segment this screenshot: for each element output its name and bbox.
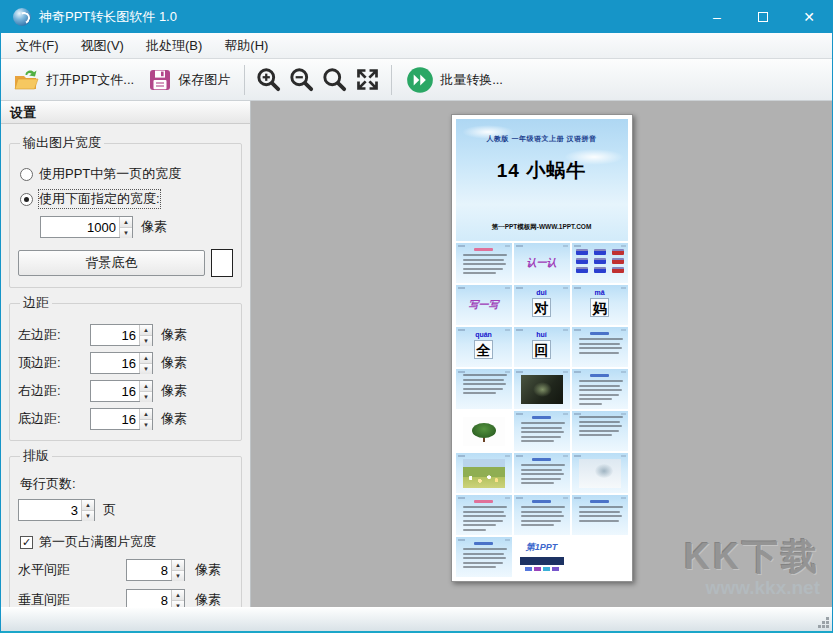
margin-bottom-input[interactable] <box>91 409 139 429</box>
spin-up-icon[interactable]: ▲ <box>140 353 152 363</box>
margin-top-input[interactable] <box>91 353 139 373</box>
save-image-label: 保存图片 <box>178 71 230 89</box>
menu-item-batch[interactable]: 批处理(B) <box>135 34 213 58</box>
spin-up-icon[interactable]: ▲ <box>140 325 152 335</box>
margin-top-label: 顶边距: <box>18 354 90 372</box>
open-folder-icon <box>12 68 40 92</box>
spin-down-icon[interactable]: ▼ <box>140 363 152 374</box>
save-image-button[interactable]: 保存图片 <box>141 64 237 96</box>
titlebar: 神奇PPT转长图软件 1.0 – ✕ <box>1 1 832 33</box>
hspace-input[interactable] <box>127 560 171 580</box>
toolbar-separator <box>391 65 392 95</box>
minimize-button[interactable]: – <box>694 1 740 33</box>
slide-thumb <box>514 453 570 493</box>
width-input[interactable] <box>41 217 119 237</box>
settings-header: 设置 <box>1 101 250 124</box>
margin-right-label: 右边距: <box>18 382 90 400</box>
spin-up-icon[interactable]: ▲ <box>140 381 152 391</box>
margin-left-input[interactable] <box>91 325 139 345</box>
batch-convert-label: 批量转换... <box>440 71 503 89</box>
long-image-preview: 人教版 一年级语文上册 汉语拼音 14 小蜗牛 第一PPT模板网-WWW.1PP… <box>451 114 633 582</box>
slide-thumb: mā妈 <box>572 285 628 325</box>
spin-up-icon[interactable]: ▲ <box>82 500 94 510</box>
margin-right-unit: 像素 <box>161 382 187 400</box>
slide-thumb <box>456 369 512 409</box>
menubar: 文件(F) 视图(V) 批处理(B) 帮助(H) <box>1 33 832 59</box>
fit-screen-button[interactable] <box>351 62 384 97</box>
bg-color-swatch[interactable] <box>211 249 233 277</box>
per-row-input[interactable] <box>19 500 81 520</box>
close-button[interactable]: ✕ <box>786 1 832 33</box>
slide-thumb <box>456 453 512 493</box>
spin-down-icon[interactable]: ▼ <box>172 600 184 607</box>
spin-down-icon[interactable]: ▼ <box>140 419 152 430</box>
per-row-spinner[interactable]: ▲▼ <box>18 499 95 521</box>
zoom-out-button[interactable] <box>285 62 318 97</box>
preview-area: 人教版 一年级语文上册 汉语拼音 14 小蜗牛 第一PPT模板网-WWW.1PP… <box>251 101 832 607</box>
slide-thumb <box>456 495 512 535</box>
resize-grip[interactable] <box>826 625 829 628</box>
slide-thumb <box>572 495 628 535</box>
margin-left-spinner[interactable]: ▲▼ <box>90 324 153 346</box>
per-row-label: 每行页数: <box>20 475 233 493</box>
margin-bottom-label: 底边距: <box>18 410 90 428</box>
slide-thumb <box>514 411 570 451</box>
bg-color-button[interactable]: 背景底色 <box>18 250 205 276</box>
margin-right-spinner[interactable]: ▲▼ <box>90 380 153 402</box>
spin-up-icon[interactable]: ▲ <box>120 217 132 227</box>
fit-screen-icon <box>354 66 381 93</box>
radio-use-first-page-label: 使用PPT中第一页的宽度 <box>39 165 181 183</box>
slide-thumb <box>514 495 570 535</box>
zoom-out-icon <box>288 66 315 93</box>
slide-thumb: quán全 <box>456 327 512 367</box>
menu-item-help[interactable]: 帮助(H) <box>213 34 279 58</box>
spin-down-icon[interactable]: ▼ <box>140 391 152 402</box>
watermark: KK下载 www.kkx.net <box>684 539 820 599</box>
slide-thumb <box>456 537 512 577</box>
zoom-reset-button[interactable] <box>318 62 351 97</box>
spin-down-icon[interactable]: ▼ <box>172 570 184 581</box>
zoom-in-button[interactable] <box>252 62 285 97</box>
margin-bottom-unit: 像素 <box>161 410 187 428</box>
spin-down-icon[interactable]: ▼ <box>120 227 132 238</box>
menu-item-file[interactable]: 文件(F) <box>5 34 70 58</box>
width-group: 输出图片宽度 使用PPT中第一页的宽度 使用下面指定的宽度: ▲▼ <box>9 134 242 288</box>
per-row-unit: 页 <box>103 501 116 519</box>
radio-selected-icon <box>20 193 33 206</box>
radio-use-custom-width-label: 使用下面指定的宽度: <box>39 190 160 208</box>
width-group-title: 输出图片宽度 <box>20 134 104 152</box>
cover-slide: 人教版 一年级语文上册 汉语拼音 14 小蜗牛 第一PPT模板网-WWW.1PP… <box>456 119 628 241</box>
spin-up-icon[interactable]: ▲ <box>172 560 184 570</box>
slide-thumb <box>572 411 628 451</box>
batch-convert-icon <box>406 66 434 94</box>
open-ppt-label: 打开PPT文件... <box>46 71 134 89</box>
spin-up-icon[interactable]: ▲ <box>140 409 152 419</box>
first-page-full-checkbox[interactable]: ✓ 第一页占满图片宽度 <box>20 533 233 551</box>
checkbox-checked-icon: ✓ <box>20 536 33 549</box>
slide-thumb <box>572 453 628 493</box>
cover-footer-text: 第一PPT模板网-WWW.1PPT.COM <box>456 223 628 232</box>
cover-header-text: 人教版 一年级语文上册 汉语拼音 <box>456 119 628 144</box>
cover-title-text: 14 小蜗牛 <box>456 158 628 184</box>
hspace-spinner[interactable]: ▲▼ <box>126 559 185 581</box>
spin-up-icon[interactable]: ▲ <box>172 590 184 600</box>
open-ppt-button[interactable]: 打开PPT文件... <box>5 64 141 96</box>
slide-thumb <box>572 327 628 367</box>
maximize-button[interactable] <box>740 1 786 33</box>
radio-use-first-page[interactable]: 使用PPT中第一页的宽度 <box>20 165 233 183</box>
margin-bottom-spinner[interactable]: ▲▼ <box>90 408 153 430</box>
radio-use-custom-width[interactable]: 使用下面指定的宽度: <box>20 190 233 208</box>
width-spinner[interactable]: ▲▼ <box>40 216 133 238</box>
margin-top-spinner[interactable]: ▲▼ <box>90 352 153 374</box>
vspace-spinner[interactable]: ▲▼ <box>126 589 185 607</box>
first-page-full-label: 第一页占满图片宽度 <box>39 533 156 551</box>
maximize-icon <box>758 12 768 22</box>
menu-item-view[interactable]: 视图(V) <box>70 34 135 58</box>
batch-convert-button[interactable]: 批量转换... <box>399 62 510 98</box>
vspace-input[interactable] <box>127 590 171 607</box>
spin-down-icon[interactable]: ▼ <box>140 335 152 346</box>
margin-right-input[interactable] <box>91 381 139 401</box>
slide-thumb: dui对 <box>514 285 570 325</box>
spin-down-icon[interactable]: ▼ <box>82 510 94 521</box>
slide-thumb: huí回 <box>514 327 570 367</box>
